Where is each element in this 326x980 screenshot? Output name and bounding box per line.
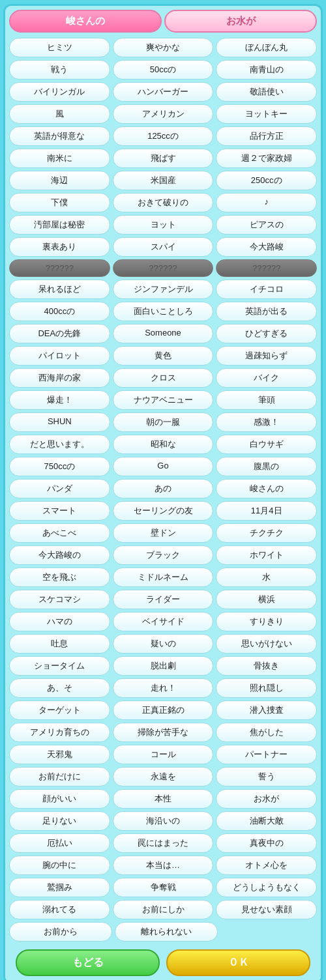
word-pill[interactable]: 感激！: [216, 412, 317, 432]
tab-2[interactable]: お水が: [164, 10, 317, 33]
word-pill[interactable]: Someone: [113, 324, 214, 343]
word-pill[interactable]: 400ccの: [9, 302, 110, 321]
word-pill[interactable]: 罠にはまった: [113, 833, 214, 853]
word-pill[interactable]: ブラック: [113, 545, 214, 565]
word-pill[interactable]: SHUN: [9, 412, 110, 432]
word-pill[interactable]: クロス: [113, 368, 214, 388]
word-pill[interactable]: パンダ: [9, 479, 110, 498]
word-pill[interactable]: 争奪戦: [113, 878, 214, 897]
word-pill[interactable]: 骨抜き: [216, 656, 317, 676]
word-pill[interactable]: 11月4日: [216, 501, 317, 521]
word-pill[interactable]: ヨットキー: [216, 104, 317, 124]
word-pill[interactable]: 750ccの: [9, 457, 110, 476]
word-pill[interactable]: おきて破りの: [113, 193, 214, 212]
word-pill[interactable]: 今大路峻の: [9, 545, 110, 565]
word-pill[interactable]: 腕の中に: [9, 856, 110, 875]
word-pill[interactable]: ??????: [113, 259, 214, 277]
word-pill[interactable]: 離れられない: [115, 922, 218, 942]
word-pill[interactable]: ミドルネーム: [113, 568, 214, 587]
word-pill[interactable]: 筆頭: [216, 390, 317, 410]
word-pill[interactable]: 油断大敵: [216, 811, 317, 831]
word-pill[interactable]: チクチク: [216, 523, 317, 543]
word-pill[interactable]: 海沿いの: [113, 811, 214, 831]
word-pill[interactable]: 品行方正: [216, 126, 317, 146]
word-pill[interactable]: ??????: [9, 259, 110, 277]
word-pill[interactable]: 面白いことしろ: [113, 302, 214, 321]
word-pill[interactable]: 戦う: [9, 60, 110, 79]
word-pill[interactable]: バイリンガル: [9, 82, 110, 102]
word-pill[interactable]: 汚部屋は秘密: [9, 215, 110, 235]
word-pill[interactable]: 脱出劇: [113, 656, 214, 676]
word-pill[interactable]: ライダー: [113, 590, 214, 609]
word-pill[interactable]: 峻さんの: [216, 479, 317, 498]
word-pill[interactable]: 腹黒の: [216, 457, 317, 476]
word-pill[interactable]: ハンバーガー: [113, 82, 214, 102]
word-pill[interactable]: パイロット: [9, 346, 110, 366]
word-pill[interactable]: ♪: [216, 193, 317, 212]
word-pill[interactable]: 壁ドン: [113, 523, 214, 543]
word-pill[interactable]: パートナー: [216, 745, 317, 764]
word-pill[interactable]: 英語が出る: [216, 302, 317, 321]
word-pill[interactable]: 疑いの: [113, 634, 214, 654]
word-pill[interactable]: 横浜: [216, 590, 317, 609]
word-pill[interactable]: あ、そ: [9, 678, 110, 698]
word-pill[interactable]: 西海岸の家: [9, 368, 110, 388]
word-pill[interactable]: 週２で家政婦: [216, 149, 317, 168]
word-pill[interactable]: 爆走！: [9, 390, 110, 410]
word-pill[interactable]: バイク: [216, 368, 317, 388]
word-pill[interactable]: 水: [216, 568, 317, 587]
word-pill[interactable]: 鷲掴み: [9, 878, 110, 897]
word-pill[interactable]: 足りない: [9, 811, 110, 831]
word-pill[interactable]: ヨット: [113, 215, 214, 235]
word-pill[interactable]: 50ccの: [113, 60, 214, 79]
word-pill[interactable]: 潜入捜査: [216, 700, 317, 720]
word-pill[interactable]: ピアスの: [216, 215, 317, 235]
word-pill[interactable]: ホワイト: [216, 545, 317, 565]
word-pill[interactable]: 白ウサギ: [216, 435, 317, 454]
word-pill[interactable]: 海辺: [9, 171, 110, 190]
word-pill[interactable]: 下僕: [9, 193, 110, 212]
word-pill[interactable]: だと思います。: [9, 435, 110, 454]
word-pill[interactable]: 溺れてる: [9, 900, 110, 919]
word-pill[interactable]: スパイ: [113, 237, 214, 257]
word-pill[interactable]: Go: [113, 457, 214, 476]
word-pill[interactable]: ヒミツ: [9, 38, 110, 57]
word-pill[interactable]: コール: [113, 745, 214, 764]
ok-button[interactable]: ０Ｋ: [166, 949, 310, 976]
word-pill[interactable]: 走れ！: [113, 678, 214, 698]
word-pill[interactable]: 正真正銘の: [113, 700, 214, 720]
word-pill[interactable]: 爽やかな: [113, 38, 214, 57]
word-pill[interactable]: 敬語使い: [216, 82, 317, 102]
word-pill[interactable]: ひどすぎる: [216, 324, 317, 343]
tab-1[interactable]: 峻さんの: [9, 10, 162, 33]
word-pill[interactable]: 掃除が苦手な: [113, 723, 214, 742]
word-pill[interactable]: お前から: [9, 922, 112, 942]
word-pill[interactable]: 永遠を: [113, 767, 214, 786]
word-pill[interactable]: アメリカ育ちの: [9, 723, 110, 742]
word-pill[interactable]: 照れ隠し: [216, 678, 317, 698]
word-pill[interactable]: ショータイム: [9, 656, 110, 676]
word-pill[interactable]: 空を飛ぶ: [9, 568, 110, 587]
word-pill[interactable]: スケコマシ: [9, 590, 110, 609]
word-pill[interactable]: 思いがけない: [216, 634, 317, 654]
word-pill[interactable]: 焦がした: [216, 723, 317, 742]
word-pill[interactable]: 米国産: [113, 171, 214, 190]
word-pill[interactable]: 吐息: [9, 634, 110, 654]
word-pill[interactable]: 南米に: [9, 149, 110, 168]
word-pill[interactable]: ??????: [216, 259, 317, 277]
word-pill[interactable]: お前にしか: [113, 900, 214, 919]
word-pill[interactable]: 黄色: [113, 346, 214, 366]
word-pill[interactable]: 顔がいい: [9, 789, 110, 809]
word-pill[interactable]: 南青山の: [216, 60, 317, 79]
word-pill[interactable]: DEAの先鋒: [9, 324, 110, 343]
word-pill[interactable]: 本性: [113, 789, 214, 809]
back-button[interactable]: もどる: [16, 949, 160, 976]
word-pill[interactable]: 風: [9, 104, 110, 124]
word-pill[interactable]: 本当は…: [113, 856, 214, 875]
word-pill[interactable]: 今大路峻: [216, 237, 317, 257]
word-pill[interactable]: アメリカン: [113, 104, 214, 124]
word-pill[interactable]: 昭和な: [113, 435, 214, 454]
word-pill[interactable]: どうしようもなく: [216, 878, 317, 897]
word-pill[interactable]: 真夜中の: [216, 833, 317, 853]
word-pill[interactable]: 厄払い: [9, 833, 110, 853]
